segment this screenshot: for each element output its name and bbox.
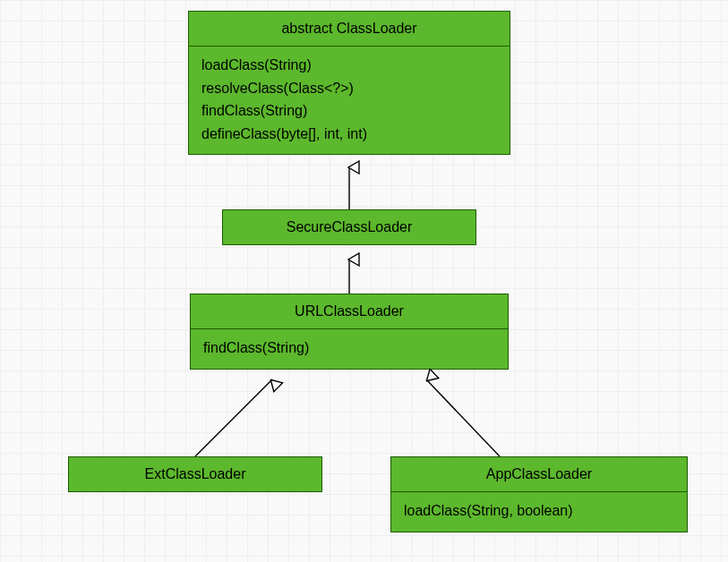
class-methods: findClass(String) xyxy=(191,329,508,369)
class-title: AppClassLoader xyxy=(391,457,687,492)
class-secureclassloader: SecureClassLoader xyxy=(222,209,476,245)
edge-ext-to-url xyxy=(195,380,271,456)
class-appclassloader: AppClassLoader loadClass(String, boolean… xyxy=(390,456,688,532)
class-title: SecureClassLoader xyxy=(223,210,475,244)
method: loadClass(String) xyxy=(201,54,497,77)
class-title: ExtClassLoader xyxy=(69,457,321,491)
method: findClass(String) xyxy=(203,336,495,360)
method: resolveClass(Class<?>) xyxy=(201,77,497,100)
method: findClass(String) xyxy=(201,99,497,123)
class-title: abstract ClassLoader xyxy=(189,12,510,47)
class-extclassloader: ExtClassLoader xyxy=(68,456,322,492)
class-classloader: abstract ClassLoader loadClass(String) r… xyxy=(188,11,510,155)
method: loadClass(String, boolean) xyxy=(404,499,674,523)
class-methods: loadClass(String, boolean) xyxy=(391,492,687,532)
method: defineClass(byte[], int, int) xyxy=(201,123,497,146)
edge-app-to-url xyxy=(427,380,500,456)
class-title: URLClassLoader xyxy=(191,294,508,329)
class-methods: loadClass(String) resolveClass(Class<?>)… xyxy=(189,47,510,154)
class-urlclassloader: URLClassLoader findClass(String) xyxy=(190,294,509,370)
